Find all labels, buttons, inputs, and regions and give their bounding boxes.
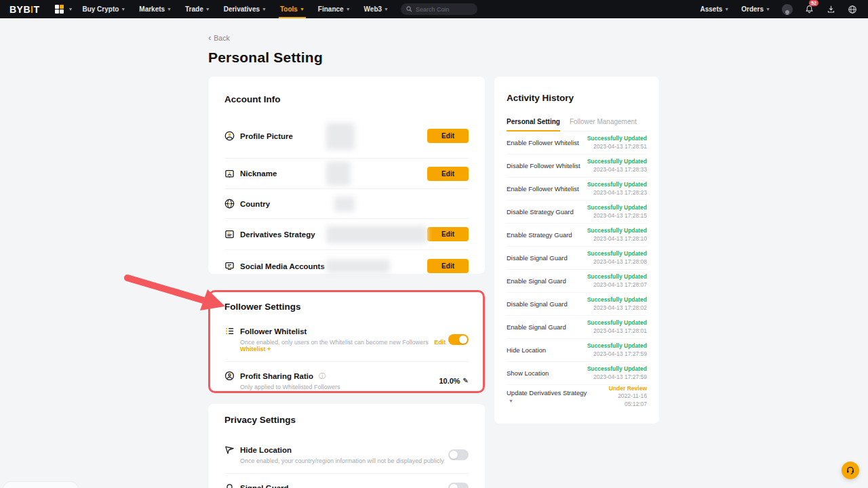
status-badge: Successfully Updated <box>587 158 647 165</box>
chevron-down-icon: ▼ <box>384 7 389 12</box>
social-media-icon <box>224 261 235 271</box>
activity-row: Enable Strategy Guard Successfully Updat… <box>507 224 647 247</box>
timestamp: 2022-11-16 05:12:07 <box>595 392 648 408</box>
timestamp: 2023-04-13 17:28:07 <box>587 281 647 289</box>
edit-derivatives-strategy-button[interactable]: Edit <box>427 227 469 241</box>
nav-derivatives[interactable]: Derivatives▼ <box>217 0 273 18</box>
apps-menu-button[interactable]: ▼ <box>52 0 76 18</box>
follower-whitelist-toggle[interactable] <box>448 334 469 345</box>
status-badge: Successfully Updated <box>587 319 647 327</box>
country-icon <box>224 199 235 209</box>
profit-sharing-description: Only applied to Whitelisted Followers <box>240 384 340 390</box>
status-badge: Successfully Updated <box>587 135 647 142</box>
status-badge: Under Review <box>595 385 648 392</box>
follower-settings-card: Follower Settings Follower Whitelist Onc… <box>208 290 485 393</box>
hide-location-icon <box>224 445 235 455</box>
chevron-down-icon: ▼ <box>262 7 267 12</box>
edit-social-media-button[interactable]: Edit <box>427 259 469 273</box>
language-button[interactable] <box>846 3 859 16</box>
activity-history-title: Activity History <box>507 93 647 103</box>
chevron-down-icon: ▼ <box>724 7 729 12</box>
account-info-title: Account Info <box>224 94 469 104</box>
timestamp: 2023-04-13 17:27:59 <box>587 350 647 358</box>
follower-settings-title: Follower Settings <box>224 302 469 312</box>
privacy-settings-card: Privacy Settings Hide Location Once enab… <box>208 404 485 488</box>
search-icon <box>406 6 412 12</box>
nickname-value <box>326 161 351 186</box>
profit-sharing-value: 10.0% <box>439 377 460 385</box>
edit-pencil-icon[interactable]: ✎ <box>463 377 469 384</box>
edit-profile-picture-button[interactable]: Edit <box>427 129 469 143</box>
timestamp: 2023-04-13 17:28:15 <box>587 212 647 220</box>
row-label: Derivatives Strategy <box>240 230 315 239</box>
back-label: Back <box>214 34 229 42</box>
activity-row: Disable Strategy Guard Successfully Upda… <box>507 201 647 224</box>
nav-orders[interactable]: Orders▼ <box>740 0 772 18</box>
nav-markets[interactable]: Markets▼ <box>132 0 178 18</box>
status-badge: Successfully Updated <box>587 204 647 211</box>
tab-follower-management[interactable]: Follower Management <box>570 118 637 131</box>
chevron-down-icon: ▼ <box>766 7 770 12</box>
globe-icon <box>848 5 857 14</box>
nav-trade[interactable]: Trade▼ <box>178 0 217 18</box>
account-info-card: Account Info Profile Picture Edit Nickna… <box>208 77 485 274</box>
timestamp: 2023-04-13 17:28:10 <box>587 235 647 243</box>
support-chat-button[interactable] <box>842 462 859 479</box>
bybit-logo[interactable]: BYBIT <box>9 4 40 15</box>
chevron-down-icon: ▼ <box>346 7 351 12</box>
follower-whitelist-label: Follower Whitelist <box>240 327 307 336</box>
profit-sharing-icon <box>224 371 235 381</box>
nav-tools[interactable]: Tools▼ <box>273 0 311 18</box>
headset-icon <box>846 466 855 475</box>
timestamp: 2023-04-13 17:28:08 <box>587 258 647 266</box>
status-badge: Successfully Updated <box>587 273 647 281</box>
edit-nickname-button[interactable]: Edit <box>427 167 469 181</box>
nav-assets[interactable]: Assets▼ <box>699 0 731 18</box>
page-title: Personal Setting <box>208 49 323 66</box>
status-badge: Successfully Updated <box>587 250 647 258</box>
row-social-media: Social Media Accounts Edit <box>224 250 469 282</box>
activity-list: Enable Follower Whitelist Successfully U… <box>507 131 647 408</box>
signal-guard-toggle[interactable] <box>448 483 469 488</box>
profit-sharing-label: Profit Sharing Ratio <box>240 372 313 380</box>
chevron-down-icon: ▼ <box>205 7 210 12</box>
nav-web3[interactable]: Web3▼ <box>357 0 395 18</box>
row-profile-picture: Profile Picture Edit <box>224 114 469 159</box>
row-country: Country <box>224 189 469 219</box>
activity-row: Enable Follower Whitelist Successfully U… <box>507 131 647 155</box>
tab-personal-setting[interactable]: Personal Setting <box>507 118 560 131</box>
activity-tabs: Personal Setting Follower Management <box>507 118 647 131</box>
info-icon[interactable]: ⓘ <box>319 371 326 381</box>
nickname-icon <box>224 169 235 179</box>
activity-row: Hide Location Successfully Updated2023-0… <box>507 339 647 362</box>
profile-picture-preview <box>326 123 355 150</box>
top-nav: BYBIT ▼ Buy Crypto▼ Markets▼ Trade▼ Deri… <box>0 0 868 18</box>
nav-finance[interactable]: Finance▼ <box>311 0 357 18</box>
social-media-value <box>326 260 390 273</box>
avatar <box>782 4 793 15</box>
timestamp: 2023-04-13 17:28:33 <box>587 166 647 174</box>
hide-location-toggle[interactable] <box>448 449 469 460</box>
timestamp: 2023-04-13 17:28:01 <box>587 327 647 335</box>
status-badge: Successfully Updated <box>587 296 647 304</box>
back-button[interactable]: ‹ Back <box>208 33 230 42</box>
signal-guard-label: Signal Guard <box>240 484 289 488</box>
timestamp: 2023-04-13 17:28:23 <box>587 189 647 197</box>
hide-location-label: Hide Location <box>240 446 292 454</box>
notification-badge: 52 <box>809 0 818 6</box>
timestamp: 2023-04-13 17:27:59 <box>587 373 647 381</box>
status-badge: Successfully Updated <box>587 342 647 350</box>
corner-widget <box>3 481 79 488</box>
activity-row-expandable[interactable]: Update Derivatives Strategy ▼ Under Revi… <box>507 385 647 408</box>
apps-grid-icon <box>55 5 64 14</box>
search-input[interactable]: Search Coin <box>401 3 477 15</box>
download-button[interactable] <box>825 3 837 16</box>
notifications-button[interactable]: 52 <box>803 3 815 16</box>
nav-buy-crypto[interactable]: Buy Crypto▼ <box>75 0 132 18</box>
profile-avatar[interactable] <box>781 3 793 16</box>
chevron-down-icon: ▼ <box>68 7 73 12</box>
signal-guard-icon <box>224 483 235 488</box>
row-signal-guard: Signal Guard <box>224 473 469 488</box>
follower-whitelist-description: Once enabled, only users on the Whitelis… <box>240 339 429 346</box>
hide-location-description: Once enabled, your country/region inform… <box>240 458 444 464</box>
